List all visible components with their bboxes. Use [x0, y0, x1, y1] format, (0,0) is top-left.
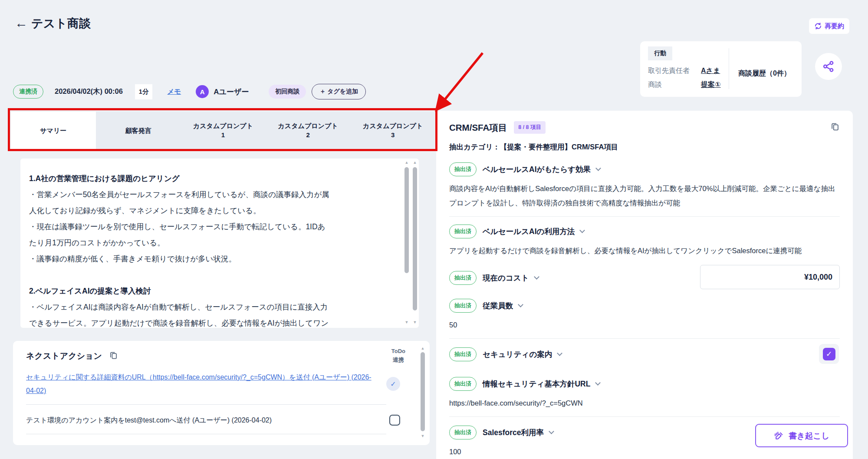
tab-custom-prompt-2[interactable]: カスタムプロンプト 2 — [266, 112, 351, 149]
copy-icon[interactable] — [109, 351, 118, 362]
scroll-down-icon[interactable]: ▼ — [412, 320, 418, 324]
scrollbar-thumb[interactable] — [404, 167, 409, 273]
scrollbar-thumb[interactable] — [413, 167, 417, 310]
contact-link[interactable]: Aさま — [701, 66, 720, 76]
crm-field-header: 抽出済 ベルセールスAIがもたらす効果 — [449, 162, 840, 176]
chevron-down-icon[interactable] — [580, 228, 585, 233]
memo-link[interactable]: メモ — [167, 87, 181, 96]
contact-label: 取引先責任者 — [648, 66, 701, 76]
annotation-red-arrow — [430, 49, 490, 112]
chevron-down-icon[interactable] — [518, 302, 523, 307]
summary-bullet: ・現在は議事録ツールを別で使用し、セールスフォースに手動で転記している。1IDあ… — [29, 219, 330, 251]
tab-custom-prompt-1[interactable]: カスタムプロンプト 1 — [181, 112, 266, 149]
security-checkbox-checked[interactable]: ✓ — [823, 348, 835, 360]
current-cost-input[interactable] — [700, 265, 840, 289]
add-tag-button[interactable]: ＋ タグを追加 — [312, 84, 366, 99]
security-checkbox-cell: ✓ — [819, 344, 839, 364]
next-action-panel: ネクストアクション ToDo 連携 セキュリティに関する詳細資料のURL（htt… — [13, 341, 430, 445]
tab-action[interactable]: 行動 — [648, 46, 672, 60]
transcribe-button[interactable]: 書き起こし — [755, 424, 848, 447]
summary-bullet: ・議事録の精度が低く、手書きメモ頼りで抜けが多い状況。 — [29, 251, 330, 267]
chevron-down-icon[interactable] — [557, 350, 563, 356]
divider — [449, 216, 840, 217]
meeting-datetime: 2026/04/02(木) 00:06 — [55, 87, 123, 96]
next-action-item: セキュリティに関する詳細資料のURL（https://bell-face.com… — [26, 370, 417, 397]
summary-section-title: 1.A社の営業管理における課題のヒアリング — [29, 171, 330, 187]
summary-section-title: 2.ベルフェイスAIの提案と導入検討 — [29, 283, 330, 299]
avatar: A — [196, 85, 209, 98]
owner-name: Aユーザー — [214, 87, 249, 97]
divider — [729, 48, 729, 89]
back-arrow-icon[interactable]: ← — [15, 16, 28, 30]
next-action-scrollbar[interactable]: ▲ ▼ — [420, 346, 425, 438]
resummarize-label: 再要約 — [825, 22, 844, 30]
deal-label: 商談 — [648, 80, 701, 89]
summary-outer-scrollbar[interactable]: ▲ ▼ — [412, 160, 418, 324]
summary-panel: 1.A社の営業管理における課題のヒアリング ・営業メンバー50名全員がセールスフ… — [20, 159, 419, 328]
scroll-up-icon[interactable]: ▲ — [412, 160, 418, 165]
meeting-detail-page: ← テスト商談 再要約 行動 取引先責任者 Aさま 商談 提案① 商談履歴（0件… — [0, 0, 868, 459]
summary-inner-scrollbar[interactable]: ▲ ▼ — [404, 160, 409, 324]
next-action-text: テスト環境のアカウント案内をtest@test.comへ送付 (Aユーザー) (… — [26, 413, 373, 427]
tab-summary[interactable]: サマリー — [11, 112, 96, 149]
crm-field-header: 抽出済 情報セキュリティ基本方針URL — [449, 377, 840, 391]
divider — [26, 434, 386, 434]
crm-field-label: 現在のコスト — [483, 273, 529, 283]
extracted-badge: 抽出済 — [449, 347, 477, 361]
next-action-item: テスト環境のアカウント案内をtest@test.comへ送付 (Aユーザー) (… — [26, 413, 417, 427]
extracted-badge: 抽出済 — [449, 162, 477, 176]
scrollbar-thumb[interactable] — [421, 352, 425, 431]
meeting-duration: 1分 — [135, 84, 153, 99]
crm-field-value: 商談内容をAIが自動解析しSalesforceの項目に直接入力可能。入力工数を最… — [449, 182, 840, 210]
summary-bullet: ・営業メンバー50名全員がセールスフォースを利用しているが、商談の議事録入力が属… — [29, 187, 330, 219]
chevron-down-icon[interactable] — [595, 380, 601, 386]
meeting-meta-row: 連携済 2026/04/02(木) 00:06 1分 メモ A Aユーザー 初回… — [13, 83, 366, 100]
crm-field-header: 抽出済 ベルセールスAIの利用方法 — [449, 225, 840, 238]
crm-field-header: 抽出済 従業員数 — [449, 299, 840, 313]
copy-icon[interactable] — [830, 122, 840, 133]
tab-custom-prompt-3[interactable]: カスタムプロンプト 3 — [350, 112, 435, 149]
crm-field-label: ベルセールスAIの利用方法 — [483, 226, 575, 237]
next-action-title: ネクストアクション — [26, 350, 102, 362]
scroll-down-icon[interactable]: ▼ — [420, 434, 425, 438]
content-tabbar: サマリー 顧客発言 カスタムプロンプト 1 カスタムプロンプト 2 カスタムプロ… — [11, 112, 435, 149]
chevron-down-icon[interactable] — [595, 165, 601, 171]
meeting-type-badge: 初回商談 — [269, 85, 306, 99]
pen-waveform-icon — [774, 430, 785, 441]
scroll-down-icon[interactable]: ▼ — [404, 320, 409, 324]
crm-field-label: 従業員数 — [483, 300, 513, 311]
crm-field-value: アプリを起動するだけで商談を録音解析し、必要な情報をAIが抽出してワンクリックで… — [449, 244, 840, 258]
crm-field-value: 50 — [449, 318, 840, 332]
scroll-up-icon[interactable]: ▲ — [404, 160, 409, 165]
divider — [26, 404, 386, 405]
check-icon: ✓ — [390, 380, 396, 388]
extracted-badge: 抽出済 — [449, 225, 477, 238]
extracted-badge: 抽出済 — [449, 299, 477, 313]
chevron-down-icon[interactable] — [534, 274, 539, 280]
extracted-badge: 抽出済 — [449, 271, 477, 285]
extracted-badge: 抽出済 — [449, 377, 477, 391]
crm-field-label: ベルセールスAIがもたらす効果 — [483, 164, 591, 175]
sync-status-badge: 連携済 — [13, 85, 43, 99]
deal-link[interactable]: 提案① — [701, 80, 721, 89]
crm-category-label: 抽出カテゴリ：【提案・要件整理用】CRM/SFA項目 — [449, 142, 840, 152]
next-action-link[interactable]: セキュリティに関する詳細資料のURL（https://bell-face.com… — [26, 370, 373, 397]
share-button[interactable] — [815, 53, 842, 80]
chevron-down-icon[interactable] — [549, 429, 554, 434]
resummarize-button[interactable]: 再要約 — [809, 18, 849, 34]
crm-field-header: 抽出済 現在のコスト — [449, 271, 840, 285]
extracted-badge: 抽出済 — [449, 426, 477, 439]
todo-sync-column-header: ToDo 連携 — [391, 347, 405, 364]
refresh-icon — [814, 22, 822, 30]
crm-field-header: 抽出済 セキュリティの案内 ✓ — [449, 347, 840, 361]
scroll-up-icon[interactable]: ▲ — [420, 346, 425, 350]
tab-customer-remarks[interactable]: 顧客発言 — [96, 112, 181, 149]
todo-sync-checkbox[interactable] — [389, 415, 400, 426]
summary-bullet: ・ベルフェイスAIは商談内容をAIが自動で解析し、セールスフォースの項目に直接入… — [29, 299, 330, 328]
share-icon — [822, 60, 835, 73]
divider — [449, 338, 840, 339]
transcribe-label: 書き起こし — [789, 430, 830, 441]
todo-synced-check[interactable]: ✓ — [386, 377, 400, 391]
crm-sfa-panel: CRM/SFA項目 8 / 8 項目 抽出カテゴリ：【提案・要件整理用】CRM/… — [436, 111, 853, 459]
crm-count-badge: 8 / 8 項目 — [514, 121, 546, 134]
